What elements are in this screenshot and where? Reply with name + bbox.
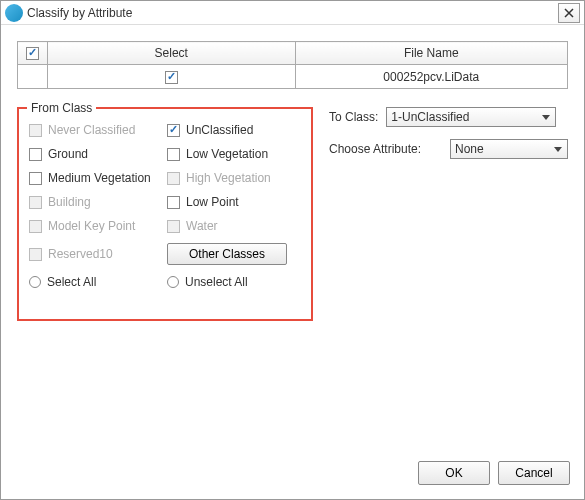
choose-attribute-value: None (455, 142, 484, 156)
class-checkbox (167, 172, 180, 185)
class-checkbox[interactable] (167, 124, 180, 137)
class-checkbox[interactable] (29, 148, 42, 161)
select-all-label: Select All (47, 275, 96, 289)
from-class-item: Water (167, 219, 301, 233)
class-checkbox[interactable] (29, 172, 42, 185)
class-label: UnClassified (186, 123, 253, 137)
from-class-legend: From Class (27, 101, 96, 115)
to-class-select[interactable]: 1-UnClassified (386, 107, 556, 127)
from-class-item: UnClassified (167, 123, 301, 137)
from-class-item: Low Point (167, 195, 301, 209)
class-label: Reserved10 (48, 247, 113, 261)
app-logo-icon (5, 4, 23, 22)
class-label: Model Key Point (48, 219, 135, 233)
titlebar: Classify by Attribute (1, 1, 584, 25)
choose-attribute-select[interactable]: None (450, 139, 568, 159)
class-checkbox (29, 248, 42, 261)
header-checkbox-cell (18, 42, 48, 65)
from-class-item: Reserved10 (29, 243, 163, 265)
row-filename: 000252pcv.LiData (295, 65, 568, 89)
class-checkbox (29, 196, 42, 209)
from-class-item: Ground (29, 147, 163, 161)
footer: OK Cancel (418, 461, 570, 485)
right-panel: To Class: 1-UnClassified Choose Attribut… (329, 107, 568, 321)
unselect-all-cell: Unselect All (167, 275, 301, 289)
class-checkbox (29, 220, 42, 233)
class-checkbox (167, 220, 180, 233)
other-classes-cell: Other Classes (167, 243, 301, 265)
close-icon (564, 8, 574, 18)
table-row: 000252pcv.LiData (18, 65, 568, 89)
from-class-group: From Class Never ClassifiedUnClassifiedG… (17, 107, 313, 321)
dialog-title: Classify by Attribute (27, 6, 558, 20)
class-label: Water (186, 219, 218, 233)
content-area: Select File Name 000252pcv.LiData From C… (1, 25, 584, 337)
from-class-item: Medium Vegetation (29, 171, 163, 185)
dialog-window: Classify by Attribute Select File Name (0, 0, 585, 500)
to-class-label: To Class: (329, 110, 378, 124)
select-all-cell: Select All (29, 275, 163, 289)
cancel-button[interactable]: Cancel (498, 461, 570, 485)
other-classes-button[interactable]: Other Classes (167, 243, 287, 265)
file-table: Select File Name 000252pcv.LiData (17, 41, 568, 89)
class-checkbox (29, 124, 42, 137)
to-class-value: 1-UnClassified (391, 110, 469, 124)
row-select-checkbox[interactable] (165, 71, 178, 84)
select-all-files-checkbox[interactable] (26, 47, 39, 60)
header-filename: File Name (295, 42, 568, 65)
from-class-item: Never Classified (29, 123, 163, 137)
header-select: Select (48, 42, 296, 65)
class-label: Low Vegetation (186, 147, 268, 161)
class-label: Low Point (186, 195, 239, 209)
from-class-item: High Vegetation (167, 171, 301, 185)
class-label: Building (48, 195, 91, 209)
choose-attribute-label: Choose Attribute: (329, 142, 421, 156)
class-label: Ground (48, 147, 88, 161)
close-button[interactable] (558, 3, 580, 23)
unselect-all-radio[interactable] (167, 276, 179, 288)
class-checkbox[interactable] (167, 148, 180, 161)
class-label: High Vegetation (186, 171, 271, 185)
ok-button[interactable]: OK (418, 461, 490, 485)
select-all-radio[interactable] (29, 276, 41, 288)
class-label: Never Classified (48, 123, 135, 137)
from-class-item: Low Vegetation (167, 147, 301, 161)
class-checkbox[interactable] (167, 196, 180, 209)
class-label: Medium Vegetation (48, 171, 151, 185)
unselect-all-label: Unselect All (185, 275, 248, 289)
from-class-item: Building (29, 195, 163, 209)
from-class-item: Model Key Point (29, 219, 163, 233)
